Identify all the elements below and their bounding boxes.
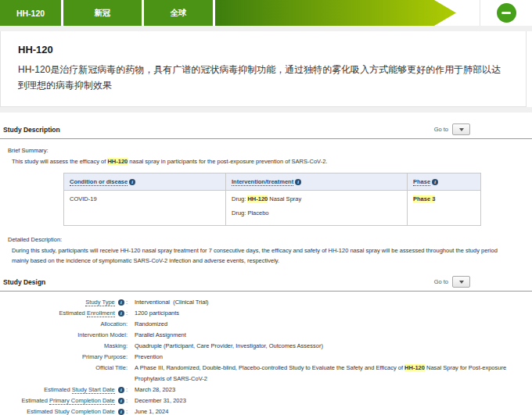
design-row: Estimated Study Start Date i :March 28, … [0,385,532,395]
goto-dropdown[interactable] [452,123,470,135]
brief-summary-text: This study will assess the efficacy of H… [12,156,512,166]
breadcrumb-tabs: HH-120新冠全球 [0,0,215,26]
breadcrumb-tab-3[interactable]: 全球 [144,0,213,26]
design-row: Official Title:A Phase III, Randomized, … [0,363,532,385]
design-label: Estimated Primary Completion Date i : [0,395,128,406]
design-value: A Phase III, Randomized, Double-blind, P… [135,363,518,385]
study-description-section-head: Study Description Go to [0,123,532,135]
design-label: Masking: [0,341,128,352]
highlighted-term: HH-120 [404,364,425,371]
table-header-row: Condition or diseasei Intervention/treat… [64,174,481,191]
design-label: Allocation: [0,319,128,330]
section-title-study-design: Study Design [3,278,45,286]
goto-label: Go to [434,278,448,285]
phase-value: Phase 3 [413,195,435,202]
chevron-down-icon [459,128,464,131]
design-label: Study Type i : [0,297,128,308]
info-icon[interactable]: i [118,299,124,306]
design-label: Estimated Study Completion Date i : [0,406,128,415]
goto-dropdown[interactable] [452,276,470,288]
breadcrumb-bar: HH-120新冠全球 [0,0,532,26]
design-value: March 28, 2023 [135,385,175,395]
section-rule [0,291,532,292]
minus-icon [501,12,511,14]
study-design-section-head: Study Design Go to [0,276,532,288]
goto-label: Go to [434,126,448,133]
condition-term-link[interactable]: Condition or disease [70,178,128,186]
design-value: Randomized [135,319,167,330]
summary-pre: This study will assess the efficacy of [12,158,107,165]
condition-cell: COVID-19 [64,191,226,226]
brief-summary-label: Brief Summary: [8,147,532,154]
detailed-description-label: Detailed Description: [8,236,532,243]
info-icon[interactable]: i [432,179,438,185]
goto-control: Go to [434,123,470,135]
design-label: Estimated Study Start Date i : [0,385,128,395]
info-icon[interactable]: i [129,179,135,185]
design-value: Interventional (Clinical Trial) [135,297,209,308]
condition-table: Condition or diseasei Intervention/treat… [63,173,481,226]
glossary-link-study-start-date[interactable]: Study Start Date [72,386,115,394]
phase-term-link[interactable]: Phase [413,178,430,186]
design-row: Allocation:Randomized [0,319,532,330]
glossary-link-study-type[interactable]: Study Type [85,299,114,306]
design-label: Primary Purpose: [0,352,128,363]
divider-strip [0,107,532,113]
highlighted-term: HH-120 [247,195,268,202]
design-value: 1200 participants [135,308,179,319]
intervention-cell: Drug: HH-120 Nasal SprayDrug: Placebo [226,191,408,226]
breadcrumb-tab-1[interactable]: HH-120 [0,0,61,26]
intervention-line: Drug: HH-120 Nasal Spray [232,195,401,203]
table-row: COVID-19 Drug: HH-120 Nasal SprayDrug: P… [64,191,481,226]
glossary-link-primary-completion-date[interactable]: Primary Completion Date [49,397,115,405]
summary-highlight: HH-120 [107,158,128,165]
design-row: Estimated Enrollment i :1200 participant… [0,308,532,319]
divider-strip [0,26,532,31]
info-icon[interactable]: i [118,310,124,317]
info-icon[interactable]: i [118,398,124,404]
design-row: Estimated Study Completion Date i :June … [0,406,532,415]
design-label: Estimated Enrollment i : [0,308,128,319]
progress-arrow [215,0,456,26]
design-row: Study Type i :Interventional (Clinical T… [0,297,532,308]
design-value: Quadruple (Participant, Care Provider, I… [135,341,323,352]
design-value: Prevention [135,352,163,363]
design-value: Parallel Assignment [135,330,186,341]
study-title: HH-120 [18,44,509,55]
glossary-link-enrollment[interactable]: Enrollment [87,309,115,317]
study-design-fields: Study Type i :Interventional (Clinical T… [0,297,532,415]
main-content: Study Description Go to Brief Summary: T… [0,123,532,415]
intervention-term-link[interactable]: Intervention/treatment [232,178,293,186]
intervention-line: Drug: Placebo [232,209,401,217]
design-value: December 31, 2023 [135,395,186,406]
design-value: June 1, 2024 [135,406,168,415]
glossary-link-study-completion-date[interactable]: Study Completion Date [55,408,115,415]
summary-post: nasal spray in participants for the post… [128,158,327,165]
chevron-down-icon [459,281,464,284]
detailed-description-text: During this study, participants will rec… [12,245,511,266]
breadcrumb-tab-2[interactable]: 新冠 [63,0,142,26]
study-description-cn: HH-120是治疗新冠病毒的药物，具有广谱的冠状病毒抑制功能，通过独特的雾化吸入… [18,62,509,93]
section-rule [0,138,532,139]
section-title-study-description: Study Description [3,126,60,134]
info-icon[interactable]: i [118,409,124,415]
design-row: Masking:Quadruple (Participant, Care Pro… [0,341,532,352]
design-row: Estimated Primary Completion Date i :Dec… [0,395,532,406]
collapse-button[interactable] [497,3,516,23]
design-label: Official Title: [0,363,128,385]
collapse-area [480,0,532,26]
design-row: Primary Purpose:Prevention [0,352,532,363]
goto-control: Go to [434,276,470,288]
info-icon[interactable]: i [295,179,301,185]
study-header-panel: HH-120 HH-120是治疗新冠病毒的药物，具有广谱的冠状病毒抑制功能，通过… [0,31,527,107]
phase-cell: Phase 3 [408,191,481,226]
design-label: Intervention Model: [0,330,128,341]
design-row: Intervention Model:Parallel Assignment [0,330,532,341]
info-icon[interactable]: i [118,387,124,393]
